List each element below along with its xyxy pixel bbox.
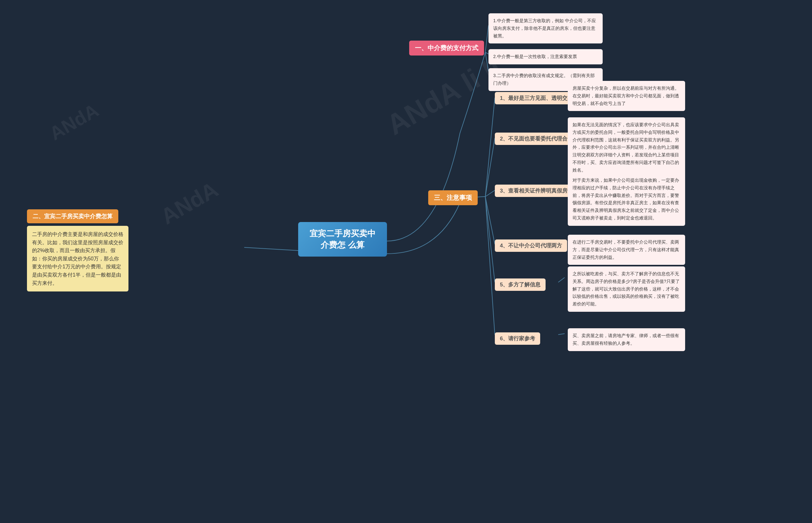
left-section: 二、宜宾二手房买卖中介费怎算 二手房的中介费主要是和房屋的成交价格有关。比如，我… bbox=[27, 209, 135, 291]
sub-content-5: 之所以被吃差价，与买、卖方不了解房子的信息也不无关系。周边房子的价格是多少?房子… bbox=[568, 266, 685, 312]
sub-content-3: 对于卖方来说，如果中介公司提出现金收购，一定要办理相应的过户手续，防止中介公司在… bbox=[568, 173, 685, 226]
sub-label-4: 4、不让中介公司代理两方 bbox=[495, 239, 567, 252]
svg-line-3 bbox=[485, 52, 488, 71]
sub-label-1: 1、最好是三方见面、透明交易 bbox=[495, 92, 578, 104]
watermark-2: ANdA bbox=[156, 177, 222, 229]
svg-line-4 bbox=[485, 98, 495, 197]
svg-line-2 bbox=[485, 52, 488, 54]
svg-line-6 bbox=[485, 190, 495, 197]
sub-label-2: 2、不见面也要看委托代理合同 bbox=[495, 132, 578, 145]
sub-label-3: 3、查看相关证件辨明真假房源 bbox=[495, 185, 578, 197]
sub-content-6: 买、卖房屋之前，请房地产专家、律师，或者一些很有买、卖房屋很有经验的人参考。 bbox=[568, 328, 685, 351]
mind-map-canvas: ANdA Ii It ANdA ANdA 宜宾二手房买卖中介费怎 么算 二、宜宾… bbox=[0, 0, 812, 523]
svg-line-0 bbox=[244, 247, 298, 251]
svg-line-8 bbox=[485, 197, 495, 282]
svg-line-5 bbox=[485, 138, 495, 197]
svg-line-9 bbox=[485, 197, 495, 335]
branch1-item-1: 1.中介费一般是第三方收取的，例如 中介公司，不应该向房东支付，除非他不是真正的… bbox=[488, 13, 603, 43]
svg-line-1 bbox=[485, 25, 488, 52]
branch1-label: 一、中介费的支付方式 bbox=[409, 41, 484, 55]
svg-line-15 bbox=[558, 333, 564, 335]
left-content: 二手房的中介费主要是和房屋的成交价格有关。比如，我们这里是按照房屋成交价的2%收… bbox=[27, 226, 128, 291]
watermark-3: ANdA bbox=[46, 99, 103, 145]
sub-label-5: 5、多方了解信息 bbox=[495, 278, 545, 291]
sub-content-2: 如果在无法见面的情况下，也应该要求中介公司出具卖方或买方的委托合同，一般委托合同… bbox=[568, 118, 685, 178]
center-node-text: 宜宾二手房买卖中介费怎 么算 bbox=[310, 229, 376, 250]
branch2-label: 三、注意事项 bbox=[428, 190, 478, 205]
sub-label-6: 6、请行家参考 bbox=[495, 332, 540, 345]
sub-content-1: 房屋买卖十分复杂，所以在交易前应与对方有所沟通。在交易时，最好能买卖双方和中介公… bbox=[568, 81, 685, 111]
left-label: 二、宜宾二手房买卖中介费怎算 bbox=[27, 209, 118, 223]
svg-line-7 bbox=[485, 197, 495, 244]
svg-line-14 bbox=[558, 277, 564, 282]
branch1-item-2: 2.中介费一般是一次性收取，注意索要发票 bbox=[488, 49, 603, 65]
center-node: 宜宾二手房买卖中介费怎 么算 bbox=[298, 222, 387, 257]
sub-content-4: 在进行二手房交易时，不要委托中介公司代理买、卖两方，而是尽量让中介公司仅代理一方… bbox=[568, 235, 685, 265]
